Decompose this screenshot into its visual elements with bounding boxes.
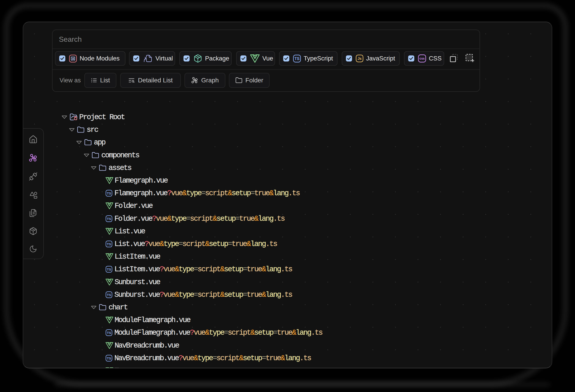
svg-text:TS: TS xyxy=(294,56,299,61)
svg-text:TS: TS xyxy=(107,293,111,297)
svg-text:css: css xyxy=(419,57,425,60)
svg-text:TS: TS xyxy=(107,268,111,271)
svg-text:TS: TS xyxy=(107,191,111,195)
svg-text:TS: TS xyxy=(107,242,111,246)
svg-text:TS: TS xyxy=(107,356,111,360)
svg-text:Js: Js xyxy=(358,57,362,60)
svg-text:TS: TS xyxy=(107,331,111,335)
svg-text:TS: TS xyxy=(107,217,111,221)
